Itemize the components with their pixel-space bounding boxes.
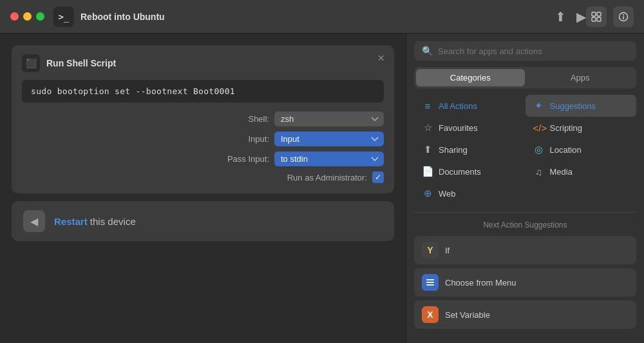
shell-icon: ⬛ [26,58,37,68]
suggestions-section: Next Action Suggestions Y If Choose from… [414,220,636,335]
close-button[interactable] [10,12,19,21]
run-as-admin-label: Run as Administrator: [287,173,367,182]
search-icon: 🔍 [422,46,433,56]
suggestion-if[interactable]: Y If [414,236,636,264]
all-actions-label: All Actions [439,101,477,111]
choose-from-menu-label: Choose from Menu [445,278,516,288]
set-variable-icon: X [422,306,439,323]
action-highlight: Restart [54,216,88,227]
category-documents[interactable]: 📄 Documents [414,161,526,182]
location-icon: ◎ [533,144,545,155]
run-shell-script-card: ⬛ Run Shell Script ✕ sudo bootoption set… [12,45,394,193]
if-label: If [445,246,450,255]
terminal-icon-symbol: >_ [59,12,70,22]
traffic-lights [10,12,44,21]
svg-rect-3 [597,17,601,21]
shell-row: Shell: zsh [22,112,384,126]
shell-label: Shell: [198,114,269,124]
documents-icon: 📄 [422,166,433,177]
pass-input-row: Pass Input: to stdin [22,152,384,166]
right-titlebar-actions [586,6,634,27]
suggestions-label: Suggestions [550,101,596,111]
category-all-actions[interactable]: ≡ All Actions [414,95,526,117]
suggestion-choose-from-menu[interactable]: Choose from Menu [414,268,636,297]
right-panel: 🔍 Categories Apps ≡ All Actions ✦ Sugges… [406,34,644,343]
category-web[interactable]: ⊕ Web [414,182,526,204]
sharing-label: Sharing [439,145,468,155]
main-content: ⬛ Run Shell Script ✕ sudo bootoption set… [0,34,644,343]
category-sharing[interactable]: ⬆ Sharing [414,139,526,161]
run-as-admin-checkbox[interactable]: ✓ [372,172,384,183]
card-close-button[interactable]: ✕ [377,53,385,63]
scripting-icon: </> [533,122,545,133]
tab-switcher: Categories Apps [414,67,636,88]
card-header: ⬛ Run Shell Script [22,54,384,72]
svg-rect-1 [597,12,601,16]
category-location[interactable]: ◎ Location [526,139,637,161]
card-icon: ⬛ [22,54,40,72]
titlebar: >_ Reboot into Ubuntu ⬆ ▶ [0,0,644,34]
maximize-button[interactable] [36,12,44,21]
minimize-button[interactable] [23,12,32,21]
tab-categories[interactable]: Categories [416,69,525,86]
run-as-admin-row: Run as Administrator: ✓ [22,172,384,183]
category-scripting[interactable]: </> Scripting [526,117,637,139]
bottom-card-text: Restart this device [54,216,136,227]
info-button[interactable] [613,6,634,27]
web-label: Web [439,189,456,199]
category-media[interactable]: ♫ Media [526,161,637,182]
input-label: Input: [198,134,269,144]
scripting-label: Scripting [550,123,583,133]
form-rows: Shell: zsh Input: Input Pass Input: to s… [22,112,384,183]
left-panel: ⬛ Run Shell Script ✕ sudo bootoption set… [0,34,406,343]
add-action-button[interactable] [586,6,607,27]
documents-label: Documents [439,167,481,177]
action-normal: this device [90,216,136,227]
pass-input-select[interactable]: to stdin [274,152,384,166]
suggestions-icon: ✦ [533,100,545,112]
input-row: Input: Input [22,132,384,146]
window-title: Reboot into Ubuntu [80,12,555,22]
search-input[interactable] [438,46,629,56]
share-button[interactable]: ⬆ [555,9,566,24]
favourites-label: Favourites [439,123,478,133]
category-suggestions[interactable]: ✦ Suggestions [526,95,637,117]
svg-point-6 [623,14,624,15]
if-icon: Y [422,242,439,259]
back-button[interactable]: ◀ [23,210,45,232]
sharing-icon: ⬆ [422,144,433,155]
all-actions-icon: ≡ [422,101,433,112]
titlebar-actions: ⬆ ▶ [555,9,586,24]
bottom-action-card: ◀ Restart this device [12,201,394,241]
shell-select[interactable]: zsh [274,112,384,126]
terminal-icon: >_ [53,6,74,27]
svg-rect-8 [426,282,434,283]
svg-rect-2 [592,17,596,21]
set-variable-label: Set Variable [445,310,490,320]
choose-from-menu-icon [422,274,439,291]
tab-apps[interactable]: Apps [526,69,635,86]
categories-grid: ≡ All Actions ✦ Suggestions ☆ Favourites… [414,95,636,204]
code-block[interactable]: sudo bootoption set --bootnext Boot0001 [22,80,384,103]
pass-input-label: Pass Input: [198,154,269,164]
svg-rect-5 [623,16,624,19]
favourites-icon: ☆ [422,122,433,133]
search-bar: 🔍 [414,41,636,61]
section-divider [414,212,636,213]
svg-rect-7 [426,279,434,280]
input-select[interactable]: Input [274,132,384,146]
suggestions-title: Next Action Suggestions [414,220,636,230]
location-label: Location [550,145,582,155]
svg-rect-0 [592,12,596,16]
web-icon: ⊕ [422,188,433,199]
media-label: Media [550,167,573,177]
media-icon: ♫ [533,166,545,177]
run-button[interactable]: ▶ [576,9,586,24]
category-favourites[interactable]: ☆ Favourites [414,117,526,139]
suggestion-set-variable[interactable]: X Set Variable [414,300,636,329]
svg-rect-9 [426,284,434,286]
card-title: Run Shell Script [46,58,116,68]
